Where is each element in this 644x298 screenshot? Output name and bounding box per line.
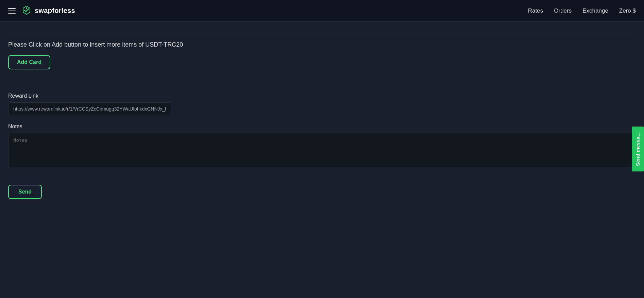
navbar: swapforless Rates Orders Exchange Zero $ <box>0 0 644 22</box>
logo-icon <box>21 5 32 16</box>
add-card-button[interactable]: Add Card <box>8 55 50 69</box>
section-divider <box>8 83 636 83</box>
nav-link-zero[interactable]: Zero $ <box>619 7 636 14</box>
reward-link-input[interactable] <box>8 102 171 115</box>
nav-link-rates[interactable]: Rates <box>528 7 543 14</box>
hamburger-menu[interactable] <box>8 8 16 14</box>
nav-link-exchange[interactable]: Exchange <box>582 7 608 14</box>
floating-send-button[interactable]: Send messa... <box>632 127 644 171</box>
nav-left: swapforless <box>8 5 75 16</box>
main-content: Please Click on Add button to insert mor… <box>0 22 644 210</box>
nav-link-orders[interactable]: Orders <box>554 7 572 14</box>
nav-links: Rates Orders Exchange Zero $ <box>528 7 636 14</box>
send-button[interactable]: Send <box>8 185 42 199</box>
notes-section: Notes <box>8 123 636 168</box>
notes-label: Notes <box>8 123 636 130</box>
reward-link-section: Reward Link <box>8 93 636 115</box>
instruction-text: Please Click on Add button to insert mor… <box>8 41 636 48</box>
reward-link-label: Reward Link <box>8 93 636 99</box>
logo-area: swapforless <box>21 5 75 16</box>
top-separator <box>8 33 636 33</box>
logo-text: swapforless <box>35 7 75 15</box>
notes-textarea[interactable] <box>8 133 635 167</box>
